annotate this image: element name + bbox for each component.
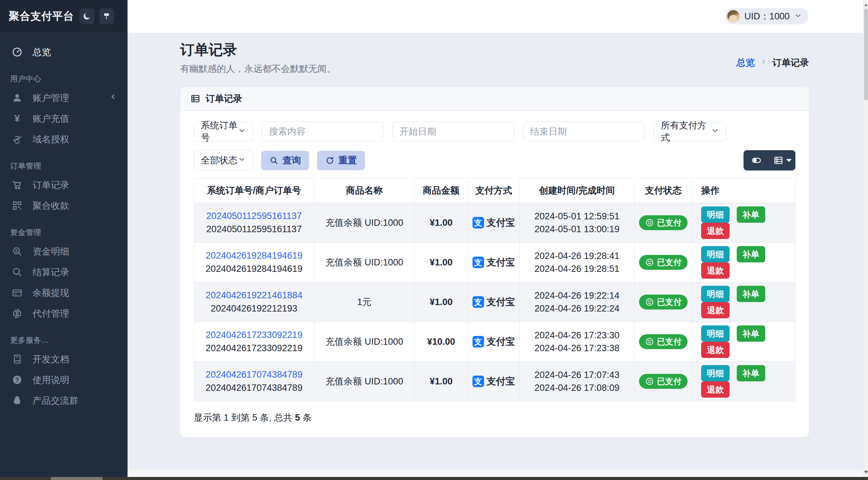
sidebar-item-account-recharge[interactable]: ¥ 账户充值 — [0, 108, 128, 129]
horizontal-scrollbar-thumb[interactable] — [51, 477, 102, 480]
refund-button[interactable]: 退款 — [701, 223, 730, 239]
system-order-link[interactable]: 2024042617074384789 — [197, 369, 311, 380]
system-order-link[interactable]: 2024042619221461884 — [197, 290, 311, 301]
alipay-icon: 支 — [472, 376, 484, 387]
smiley-icon — [645, 218, 654, 227]
refund-button[interactable]: 退款 — [701, 262, 730, 279]
search-dollar-icon: $ — [10, 246, 24, 257]
created-time: 2024-04-26 19:28:41 — [522, 249, 632, 262]
created-time: 2024-04-26 19:22:14 — [522, 289, 632, 302]
sidebar-item-usage-guide[interactable]: ? 使用说明 — [0, 369, 128, 390]
sidebar-item-aggregate-collection[interactable]: 聚合收款 — [0, 195, 128, 216]
smiley-icon — [645, 258, 654, 267]
reorder-button[interactable]: 补单 — [737, 286, 765, 302]
scroll-up-arrow[interactable] — [864, 3, 868, 6]
columns-toggle-button[interactable] — [744, 150, 770, 171]
card-body: 系统订单号 所有支付方式 全部状态 — [180, 111, 809, 437]
pagination-info: 显示第 1 到第 5 条, 总共 5 条 — [194, 412, 795, 424]
app-logo: 聚合支付平台 — [9, 9, 74, 23]
refresh-icon — [325, 156, 334, 165]
user-menu[interactable]: UID：1000 — [725, 8, 808, 24]
chevron-down-icon — [794, 12, 802, 21]
reorder-button[interactable]: 补单 — [737, 325, 765, 342]
table-row: 2024050112595161137 2024050112595161137 … — [194, 203, 795, 243]
breadcrumb-home-link[interactable]: 总览 — [736, 57, 755, 69]
refund-button[interactable]: 退款 — [701, 381, 730, 398]
sidebar-item-domain-auth[interactable]: 域名授权 — [0, 129, 128, 149]
sidebar-item-balance-withdraw[interactable]: 余额提现 — [0, 282, 128, 303]
sidebar-item-product-group[interactable]: 产品交流群 — [0, 390, 128, 411]
system-order-link[interactable]: 2024050112595161137 — [197, 211, 311, 221]
sidebar-item-account-management[interactable]: 账户管理 — [0, 87, 128, 108]
sidebar-item-order-records[interactable]: 订单记录 — [0, 175, 128, 195]
qq-icon — [10, 395, 24, 406]
search-input[interactable] — [262, 122, 384, 141]
orders-table: 系统订单号/商户订单号 商品名称 商品金额 支付方式 创建时间/完成时间 支付状… — [194, 178, 795, 401]
user-icon — [10, 92, 24, 103]
detail-button[interactable]: 明细 — [701, 286, 730, 302]
reorder-button[interactable]: 补单 — [737, 206, 765, 223]
credit-card-icon — [10, 287, 24, 298]
vertical-scrollbar-thumb[interactable] — [864, 9, 868, 100]
order-type-select[interactable]: 系统订单号 — [194, 122, 253, 141]
merchant-order-no: 2024042617233092219 — [197, 343, 311, 354]
refund-button[interactable]: 退款 — [701, 302, 730, 318]
start-date-input[interactable] — [392, 122, 514, 141]
detail-button[interactable]: 明细 — [701, 325, 730, 342]
chevron-down-icon — [238, 155, 246, 166]
col-header-amount: 商品金额 — [414, 178, 468, 203]
detail-button[interactable]: 明细 — [701, 365, 730, 381]
chevron-right-icon — [759, 58, 768, 68]
pay-method: 支付宝 — [487, 296, 515, 308]
product-amount: ¥10.00 — [414, 322, 468, 362]
detail-button[interactable]: 明细 — [701, 206, 730, 223]
refund-button[interactable]: 退款 — [701, 342, 730, 358]
chevron-down-icon — [238, 126, 246, 137]
table-row: 2024042617233092219 2024042617233092219 … — [194, 322, 795, 362]
yen-icon: ¥ — [10, 113, 24, 124]
finished-time: 2024-04-26 19:22:24 — [522, 302, 632, 315]
query-button[interactable]: 查询 — [261, 151, 309, 170]
app-root: 聚合支付平台 总览 用户中心 — [0, 0, 868, 480]
menu-section-more-services: 更多服务... — [0, 324, 128, 349]
menu-section-order-management: 订单管理 — [0, 149, 128, 175]
book-icon — [10, 354, 24, 365]
col-header-order-no: 系统订单号/商户订单号 — [194, 178, 314, 203]
sidebar-item-fund-details[interactable]: $ 资金明细 — [0, 241, 128, 262]
reorder-button[interactable]: 补单 — [737, 365, 765, 381]
svg-text:$: $ — [15, 248, 18, 253]
sidebar-item-overview[interactable]: 总览 — [0, 42, 128, 62]
product-name: 充值余额 UID:1000 — [314, 203, 414, 243]
question-icon: ? — [10, 374, 24, 385]
search-icon — [10, 266, 24, 278]
finished-time: 2024-05-01 13:00:19 — [522, 223, 632, 236]
finished-time: 2024-04-26 17:23:38 — [522, 342, 632, 355]
sidebar-item-dev-docs[interactable]: 开发文档 — [0, 349, 128, 369]
end-date-input[interactable] — [523, 122, 645, 141]
dark-mode-button[interactable] — [79, 8, 94, 24]
filter-row-1: 系统订单号 所有支付方式 — [194, 122, 795, 141]
sidebar-item-payout-management[interactable]: 代付管理 — [0, 303, 128, 324]
detail-button[interactable]: 明细 — [701, 246, 730, 262]
status-badge: 已支付 — [639, 374, 688, 389]
system-order-link[interactable]: 2024042619284194619 — [197, 251, 311, 261]
merchant-order-no: 20240426192212193 — [197, 303, 311, 314]
alipay-icon: 支 — [472, 336, 484, 347]
theme-button[interactable] — [99, 8, 114, 24]
card-header: 订单记录 — [180, 87, 809, 111]
pay-method: 支付宝 — [487, 216, 515, 229]
filter-row-2: 全部状态 查询 重置 — [194, 150, 795, 171]
reset-button[interactable]: 重置 — [317, 151, 365, 170]
pay-method-select[interactable]: 所有支付方式 — [654, 122, 726, 141]
sidebar-logo: 聚合支付平台 — [0, 0, 128, 33]
status-select[interactable]: 全部状态 — [194, 151, 253, 170]
status-badge: 已支付 — [639, 255, 688, 270]
system-order-link[interactable]: 2024042617233092219 — [197, 330, 311, 340]
sidebar-item-settlement-records[interactable]: 结算记录 — [0, 262, 128, 282]
reorder-button[interactable]: 补单 — [737, 246, 765, 262]
table-view-button[interactable] — [770, 150, 796, 171]
breadcrumb: 总览 订单记录 — [736, 57, 809, 69]
scroll-down-arrow[interactable] — [864, 471, 868, 474]
order-records-card: 订单记录 系统订单号 所有支付方式 — [180, 87, 809, 437]
menu-section-user-center: 用户中心 — [0, 62, 128, 87]
